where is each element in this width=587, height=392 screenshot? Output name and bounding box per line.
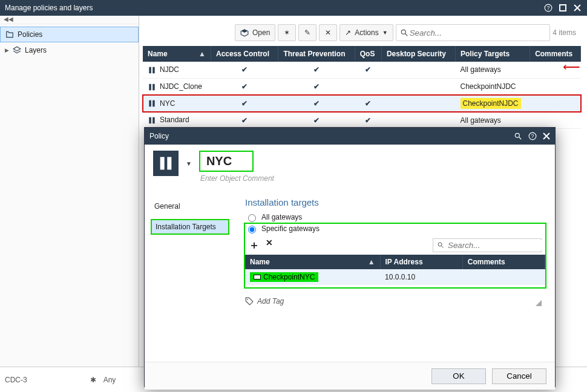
- cell-ac: ✔: [211, 112, 278, 129]
- policy-name-input[interactable]: NYC: [199, 151, 254, 172]
- policies-table: Name▲ Access Control Threat Prevention Q…: [143, 46, 581, 129]
- dialog-nav: General Installation Targets: [145, 191, 235, 362]
- cancel-button[interactable]: Cancel: [492, 368, 546, 384]
- cell-tp: ✔: [278, 112, 355, 129]
- col-qos[interactable]: QoS: [355, 46, 381, 62]
- left-panel: ◀◀ Policies ▶ Layers: [0, 16, 139, 367]
- dialog-help-icon[interactable]: ?: [528, 132, 537, 140]
- footer-cell-0: CDC-3: [5, 376, 27, 384]
- expand-icon[interactable]: ▶: [5, 47, 9, 53]
- cell-tp: ✔: [278, 95, 355, 112]
- cell-qos: [355, 78, 381, 95]
- asterisk-icon: ✱: [90, 376, 96, 384]
- cell-name: NJDC_Clone: [143, 78, 211, 95]
- sort-asc-icon: ▲: [368, 258, 375, 266]
- toolbar: Open ✶ ✎ ✕ ↗ Actions ▼ 4 items: [143, 19, 587, 46]
- type-dropdown-icon[interactable]: ▼: [186, 151, 192, 167]
- svg-text:?: ?: [531, 134, 534, 139]
- collapse-handle-icon[interactable]: ◀◀: [0, 16, 139, 24]
- col-access-control[interactable]: Access Control: [211, 46, 278, 62]
- table-row[interactable]: NYC✔✔✔CheckpointNJDC: [143, 95, 581, 112]
- cell-name: NYC: [143, 95, 211, 112]
- open-label: Open: [252, 28, 270, 37]
- cell-comments: [530, 95, 581, 112]
- svg-text:?: ?: [547, 5, 550, 11]
- maximize-icon[interactable]: [558, 3, 568, 13]
- add-tag-button[interactable]: Add Tag: [245, 297, 545, 305]
- pencil-icon: ✎: [304, 28, 310, 37]
- gateways-toolbar: ＋ ✕: [245, 235, 545, 255]
- cell-ds: [381, 62, 455, 78]
- actions-button[interactable]: ↗ Actions ▼: [339, 24, 393, 41]
- dialog-title: Policy: [149, 132, 169, 140]
- dialog-body: General Installation Targets Installatio…: [145, 191, 555, 362]
- gw-name-cell: CheckpointNYC: [245, 269, 380, 285]
- help-icon[interactable]: ?: [543, 3, 553, 13]
- nav-item-policies[interactable]: Policies: [0, 27, 139, 42]
- gateways-table: Name▲ IP Address Comments CheckpointNYC1…: [245, 255, 545, 285]
- ok-button[interactable]: OK: [431, 368, 486, 384]
- dialog-close-icon[interactable]: [543, 132, 550, 140]
- new-button[interactable]: ✶: [278, 24, 296, 41]
- radio-specific-input[interactable]: [248, 226, 256, 234]
- dialog-search-icon[interactable]: [514, 132, 522, 140]
- delete-button[interactable]: ✕: [319, 24, 337, 41]
- section-title: Installation targets: [245, 197, 545, 207]
- cell-qos: ✔: [355, 95, 381, 112]
- dialog-content: Installation targets All gateways Specif…: [235, 191, 555, 362]
- gw-ip-cell: 10.0.0.10: [380, 269, 462, 285]
- remove-gateway-button[interactable]: ✕: [266, 238, 273, 252]
- cell-ac: ✔: [211, 62, 278, 78]
- resize-handle-icon[interactable]: [536, 300, 542, 306]
- gateways-search-input[interactable]: [447, 240, 552, 250]
- sg-col-comments[interactable]: Comments: [462, 255, 545, 269]
- svg-rect-2: [560, 5, 566, 11]
- search-box[interactable]: [396, 24, 551, 41]
- cell-qos: ✔: [355, 112, 381, 129]
- add-gateway-button[interactable]: ＋: [249, 238, 260, 252]
- cell-name: NJDC: [143, 62, 211, 78]
- policy-type-icon[interactable]: [153, 151, 179, 176]
- item-count: 4 items: [553, 28, 582, 37]
- dialog-footer: OK Cancel: [145, 362, 555, 390]
- cell-ds: [381, 112, 455, 129]
- col-desktop-security[interactable]: Desktop Security: [381, 46, 455, 62]
- edit-button[interactable]: ✎: [298, 24, 316, 41]
- sort-asc-icon: ▲: [198, 50, 206, 58]
- tag-icon: [245, 297, 254, 305]
- table-row[interactable]: NJDC✔✔✔All gateways: [143, 62, 581, 78]
- policy-comment-input[interactable]: Enter Object Comment: [199, 172, 275, 185]
- dialog-header: ▼ NYC Enter Object Comment: [145, 145, 555, 191]
- nav-item-layers[interactable]: ▶ Layers: [0, 42, 139, 58]
- gateway-row[interactable]: CheckpointNYC10.0.0.10: [245, 269, 545, 285]
- radio-specific-gateways[interactable]: Specific gateways: [245, 224, 545, 234]
- radio-all-input[interactable]: [248, 214, 256, 222]
- nav-item-label: Policies: [18, 30, 42, 39]
- col-threat-prevention[interactable]: Threat Prevention: [278, 46, 355, 62]
- radio-all-gateways[interactable]: All gateways: [245, 212, 545, 222]
- gateways-search[interactable]: [433, 238, 542, 252]
- cell-ds: [381, 95, 455, 112]
- window-titlebar: Manage policies and layers ?: [0, 0, 587, 16]
- cell-name: Standard: [143, 112, 211, 129]
- table-row[interactable]: NJDC_Clone✔✔CheckpointNJDC: [143, 78, 581, 95]
- col-name[interactable]: Name▲: [143, 46, 211, 62]
- cell-tp: ✔: [278, 78, 355, 95]
- open-button[interactable]: Open: [235, 24, 275, 41]
- cell-qos: ✔: [355, 62, 381, 78]
- sg-col-name[interactable]: Name▲: [245, 255, 380, 269]
- cell-comments: [530, 78, 581, 95]
- nav-installation-targets[interactable]: Installation Targets: [151, 219, 229, 235]
- cell-tp: ✔: [278, 62, 355, 78]
- policy-icon: [148, 83, 156, 91]
- cell-targets: All gateways: [456, 112, 530, 129]
- cell-targets: CheckpointNJDC: [456, 78, 530, 95]
- search-input[interactable]: [408, 28, 546, 38]
- close-icon[interactable]: [572, 3, 582, 13]
- svg-point-7: [438, 243, 442, 246]
- open-icon: [240, 28, 249, 37]
- sg-col-ip[interactable]: IP Address: [380, 255, 462, 269]
- nav-general[interactable]: General: [151, 200, 229, 213]
- col-policy-targets[interactable]: Policy Targets: [456, 46, 530, 62]
- table-row[interactable]: Standard✔✔✔All gateways: [143, 112, 581, 129]
